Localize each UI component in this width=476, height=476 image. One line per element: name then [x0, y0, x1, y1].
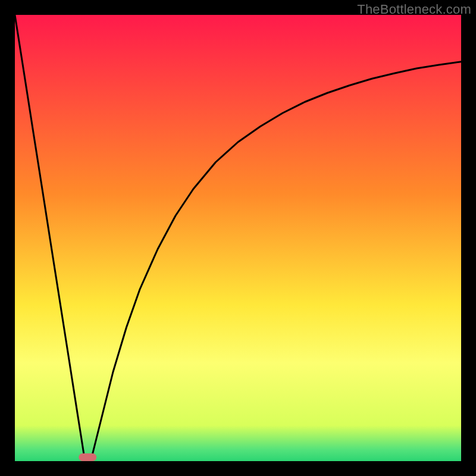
minimum-marker-pill: [79, 453, 96, 461]
plot-area: [15, 15, 461, 461]
chart-svg: [15, 15, 461, 461]
gradient-background: [15, 15, 461, 461]
minimum-marker: [79, 453, 96, 461]
watermark-text: TheBottleneck.com: [357, 2, 471, 17]
chart-frame: TheBottleneck.com: [0, 0, 476, 476]
